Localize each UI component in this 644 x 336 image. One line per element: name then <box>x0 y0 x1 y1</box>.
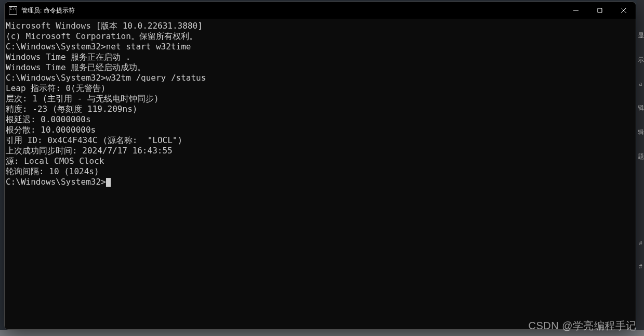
terminal-line: 源: Local CMOS Clock <box>5 156 636 166</box>
sidebar-char: # <box>639 239 642 247</box>
terminal-line: (c) Microsoft Corporation。保留所有权利。 <box>5 31 636 42</box>
right-sidebar-remnant: 显 示 a 辑 辑 题 # # <box>637 0 644 336</box>
terminal-line: 轮询间隔: 10 (1024s) <box>5 166 636 177</box>
sidebar-char: 辑 <box>638 128 644 137</box>
close-button[interactable] <box>612 2 636 19</box>
terminal-line: 层次: 1 (主引用 - 与无线电时钟同步) <box>5 94 636 104</box>
sidebar-char: 辑 <box>638 104 644 112</box>
maximize-button[interactable] <box>588 2 612 19</box>
desktop-background: 显 示 a 辑 辑 题 # # C:\ 管理员: 命令提示符 <box>0 0 644 336</box>
window-controls <box>564 2 636 19</box>
terminal-line: 根延迟: 0.0000000s <box>5 114 636 125</box>
window-titlebar[interactable]: C:\ 管理员: 命令提示符 <box>5 2 636 19</box>
cmd-icon: C:\ <box>9 6 17 15</box>
sidebar-char: 题 <box>638 152 644 161</box>
sidebar-char: a <box>639 80 642 88</box>
cursor <box>106 178 111 187</box>
svg-rect-1 <box>598 8 602 12</box>
sidebar-char: 显 <box>638 31 644 40</box>
scrollbar[interactable] <box>628 19 635 329</box>
taskbar-fragment <box>0 330 644 336</box>
terminal-line: Windows Time 服务正在启动 . <box>5 52 636 62</box>
terminal-line: Windows Time 服务已经启动成功。 <box>5 62 636 73</box>
terminal-line: C:\Windows\System32>w32tm /query /status <box>5 73 636 83</box>
sidebar-char: # <box>639 263 642 270</box>
terminal-line: C:\Windows\System32>net start w32time <box>5 42 636 52</box>
terminal-output[interactable]: Microsoft Windows [版本 10.0.22631.3880](c… <box>5 19 636 329</box>
window-title: 管理员: 命令提示符 <box>21 6 75 15</box>
terminal-line: 上次成功同步时间: 2024/7/17 16:43:55 <box>5 146 636 156</box>
sidebar-char: 示 <box>638 56 644 64</box>
terminal-window: C:\ 管理员: 命令提示符 Microsoft Windows [版本 10.… <box>4 2 636 330</box>
terminal-line: Microsoft Windows [版本 10.0.22631.3880] <box>5 21 636 31</box>
minimize-button[interactable] <box>564 2 588 19</box>
terminal-line: 引用 ID: 0x4C4F434C (源名称: "LOCL") <box>5 135 636 146</box>
terminal-line: 根分散: 10.0000000s <box>5 125 636 135</box>
terminal-line: 精度: -23 (每刻度 119.209ns) <box>5 104 636 114</box>
terminal-line: Leap 指示符: 0(无警告) <box>5 83 636 94</box>
terminal-line: C:\Windows\System32> <box>5 177 636 187</box>
